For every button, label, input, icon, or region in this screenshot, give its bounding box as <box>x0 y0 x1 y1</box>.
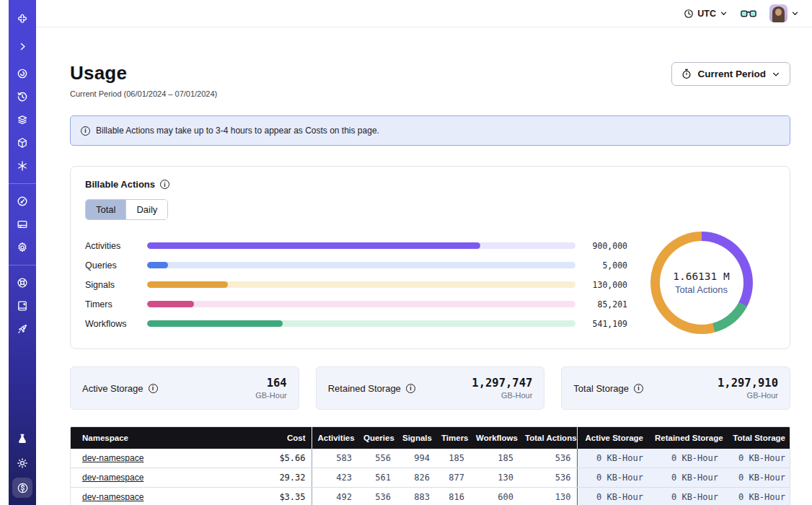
info-icon[interactable]: i <box>406 384 415 393</box>
cell-signals: 883 <box>397 488 436 505</box>
topbar: UTC <box>36 0 812 27</box>
cell-active-storage: 0 KB-Hour <box>577 449 649 468</box>
cell-activities: 583 <box>312 449 358 468</box>
chevron-down-icon <box>720 9 728 17</box>
cell-workflows: 185 <box>470 449 519 468</box>
temporal-logo-icon[interactable] <box>12 10 32 30</box>
cell-timers: 816 <box>436 488 470 505</box>
getting-started-rocket-icon[interactable] <box>12 319 32 339</box>
cell-activities: 423 <box>312 468 358 488</box>
cell-total-storage: 0 KB-Hour <box>724 468 790 488</box>
cell-retained-storage: 0 KB-Hour <box>649 449 724 468</box>
deployments-cube-icon[interactable] <box>12 133 32 153</box>
bar-label: Workflows <box>85 319 147 329</box>
total-storage-card: Total Storage i 1,297,910 GB-Hour <box>561 366 790 410</box>
page-title: Usage <box>70 62 217 84</box>
chevron-down-icon <box>772 70 780 79</box>
bar-track <box>147 301 575 307</box>
timezone-selector[interactable]: UTC <box>684 9 728 19</box>
cell-total-actions: 536 <box>519 449 577 468</box>
info-banner: i Billable Actions may take up to 3-4 ho… <box>70 115 790 146</box>
cell-activities: 492 <box>312 488 358 505</box>
storage-unit: GB-Hour <box>718 391 778 400</box>
tab-daily[interactable]: Daily <box>125 200 167 219</box>
info-icon[interactable]: i <box>634 384 643 393</box>
cell-cost: 29.32 <box>260 468 312 488</box>
labs-flask-icon[interactable] <box>12 429 32 449</box>
table-row: dev-namespace $3.35 492 536 883 816 600 … <box>71 488 790 505</box>
storage-value: 164 <box>255 377 286 390</box>
cell-total-storage: 0 KB-Hour <box>724 488 790 505</box>
col-namespace: Namespace <box>71 427 260 449</box>
layers-icon[interactable] <box>12 110 32 130</box>
info-icon[interactable]: i <box>149 384 158 393</box>
bar-track <box>147 242 575 249</box>
expand-chevron-icon[interactable] <box>12 36 32 56</box>
cell-workflows: 130 <box>470 468 519 488</box>
current-period-button[interactable]: Current Period <box>671 62 790 86</box>
chart-row: Activities 900,000 <box>85 236 627 255</box>
sidebar <box>9 0 36 505</box>
tab-total[interactable]: Total <box>86 200 125 219</box>
chart-row: Queries 5,000 <box>85 255 627 275</box>
cell-queries: 556 <box>358 449 397 468</box>
cell-queries: 536 <box>358 488 397 505</box>
cell-total-actions: 130 <box>519 488 577 505</box>
table-row: dev-namespace 29.32 423 561 826 877 130 … <box>71 468 790 488</box>
timezone-label: UTC <box>697 9 716 19</box>
feedback-glasses-icon[interactable] <box>741 9 756 19</box>
sidebar-divider <box>9 265 36 265</box>
namespace-link[interactable]: dev-namespace <box>82 492 144 502</box>
docs-book-icon[interactable] <box>12 296 32 316</box>
namespace-link[interactable]: dev-namespace <box>82 473 144 483</box>
col-signals: Signals <box>397 427 436 449</box>
col-cost: Cost <box>260 427 312 449</box>
bar-fill <box>147 281 228 288</box>
table-row: dev-namespace $5.66 583 556 994 185 185 … <box>71 449 790 468</box>
donut-total-value: 1.66131 M <box>673 271 730 282</box>
namespace-link[interactable]: dev-namespace <box>82 453 144 463</box>
storage-summary-row: Active Storage i 164 GB-Hour Retained St… <box>70 366 790 410</box>
info-icon[interactable]: i <box>160 180 169 189</box>
bar-fill <box>147 320 283 327</box>
settings-gear-icon[interactable] <box>12 237 32 258</box>
bar-value: 5,000 <box>575 260 627 271</box>
col-workflows: Workflows <box>470 427 519 449</box>
cell-active-storage: 0 KB-Hour <box>577 488 649 505</box>
bar-track <box>147 281 575 288</box>
nexus-asterisk-icon[interactable] <box>12 156 32 176</box>
col-active-storage: Active Storage <box>577 427 649 449</box>
bar-value: 130,000 <box>575 280 627 290</box>
cell-cost: $5.66 <box>260 449 312 468</box>
cell-timers: 185 <box>436 449 470 468</box>
donut-total-label: Total Actions <box>675 284 728 295</box>
namespaces-icon[interactable] <box>12 63 32 84</box>
history-icon[interactable] <box>12 87 32 107</box>
usage-dollar-icon[interactable] <box>12 478 32 498</box>
col-total-actions: Total Actions <box>519 427 577 449</box>
chart-row: Timers 85,201 <box>85 294 627 314</box>
billable-chart: Activities 900,000 Queries 5,000 Signals… <box>85 236 775 334</box>
support-lifering-icon[interactable] <box>12 273 32 293</box>
col-timers: Timers <box>436 427 470 449</box>
namespace-usage-table: Namespace Cost Activities Queries Signal… <box>70 426 790 505</box>
theme-sun-icon[interactable] <box>12 453 32 473</box>
account-menu[interactable] <box>769 4 799 22</box>
sidebar-divider <box>9 183 36 184</box>
period-button-label: Current Period <box>697 69 766 79</box>
col-total-storage: Total Storage <box>724 427 790 449</box>
billing-card-icon[interactable] <box>12 214 32 234</box>
stopwatch-icon <box>681 69 692 79</box>
billable-tabs: Total Daily <box>85 199 168 220</box>
storage-value: 1,297,747 <box>472 377 532 390</box>
bar-value: 85,201 <box>575 299 627 309</box>
cell-signals: 826 <box>397 468 436 488</box>
usage-gauge-icon[interactable] <box>12 191 32 211</box>
cell-queries: 561 <box>358 468 397 488</box>
bar-fill <box>147 242 480 249</box>
bar-track <box>147 320 575 327</box>
current-period-subtitle: Current Period (06/01/2024 – 07/01/2024) <box>70 89 217 98</box>
cell-retained-storage: 0 KB-Hour <box>649 468 724 488</box>
bar-value: 900,000 <box>575 241 627 251</box>
active-storage-card: Active Storage i 164 GB-Hour <box>70 366 299 410</box>
